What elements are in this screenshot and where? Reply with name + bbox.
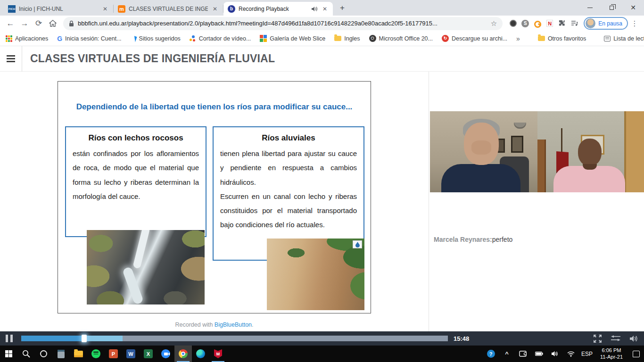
seek-handle[interactable] (82, 335, 87, 342)
sidebar-pane: Marcela Reynares:perfeto (429, 72, 644, 331)
media-list-icon[interactable] (570, 20, 578, 27)
webcam-presenter (430, 111, 537, 192)
extension-lastpass-key-icon[interactable] (534, 20, 541, 27)
bookmark-folder-ingles[interactable]: Ingles (334, 35, 360, 42)
apps-grid-icon (6, 35, 12, 42)
bbb-favicon-icon: b (228, 5, 235, 13)
bookmark-web-slice[interactable]: Galería de Web Slice (260, 35, 325, 42)
notification-center-button[interactable] (628, 346, 644, 362)
tab-title: Recording Playback (239, 6, 308, 12)
bookmark-label: Microsoft Office 20... (379, 35, 433, 42)
screen: FICH Inicio | FICH-UNL ✕ m CLASES VIRTUA… (0, 0, 644, 362)
address-bar[interactable]: bbbfich.unl.edu.ar/playback/presentation… (63, 17, 503, 30)
file-explorer-button[interactable] (70, 346, 87, 362)
url-text[interactable]: bbbfich.unl.edu.ar/playback/presentation… (78, 20, 487, 27)
profile-chip[interactable]: En pausa (584, 17, 628, 30)
home-button[interactable] (46, 17, 59, 30)
speaker-icon (552, 351, 559, 357)
bookmark-download[interactable]: ↻ Descargue su archi... (442, 35, 507, 42)
forward-button[interactable]: → (18, 17, 31, 30)
webcam-strip (430, 111, 644, 192)
office-icon: O (369, 35, 376, 42)
moodle-favicon-icon: m (118, 5, 125, 13)
screen-snip-button[interactable] (515, 346, 531, 362)
bookmark-label: Inicia sesión: Cuent... (65, 35, 122, 42)
bookmark-label: Aplicaciones (15, 35, 48, 42)
volume-tray-button[interactable] (547, 346, 563, 362)
fullscreen-icon[interactable] (594, 335, 602, 343)
battery-button[interactable] (531, 346, 547, 362)
bookmark-google-signin[interactable]: G Inicia sesión: Cuent... (57, 35, 121, 42)
help-tray-button[interactable]: ? (483, 346, 499, 362)
spotify-icon (91, 349, 100, 358)
tab-audio-icon[interactable] (312, 6, 318, 12)
seek-bar[interactable] (21, 336, 448, 341)
browser-menu-icon[interactable]: ⋮ (629, 18, 640, 29)
volume-icon[interactable] (630, 335, 638, 342)
chrome-button[interactable] (174, 346, 192, 362)
tab-fich[interactable]: FICH Inicio | FICH-UNL ✕ (4, 2, 113, 16)
pause-button[interactable] (6, 335, 13, 342)
tab-clases-virtuales[interactable]: m CLASES VIRTUALES DE INGENIER ✕ (114, 2, 223, 16)
page-title: CLASES VIRTUALES DE INGENIERÍA FLUVIAL (30, 52, 275, 65)
spotify-button[interactable] (87, 346, 105, 362)
bookmarks-bar: Aplicaciones G Inicia sesión: Cuent... S… (0, 31, 644, 46)
chat-author: Marcela Reynares: (434, 236, 492, 243)
cortana-icon (40, 350, 47, 357)
wooden-door (624, 111, 644, 192)
playback-control-bar: 15:48 (0, 331, 644, 346)
restore-button[interactable] (601, 0, 622, 15)
menu-hamburger-icon[interactable] (0, 46, 22, 72)
idm-icon: ↻ (442, 35, 449, 42)
calculator-button[interactable] (52, 346, 70, 362)
mcafee-button[interactable]: M (209, 346, 227, 362)
battery-icon (535, 352, 543, 356)
tab-recording-playback[interactable]: b Recording Playback ✕ (223, 2, 333, 16)
close-button[interactable]: ✕ (622, 0, 644, 15)
picture-frame (511, 136, 523, 153)
start-button[interactable] (0, 346, 17, 362)
language-indicator[interactable]: ESP (579, 346, 595, 362)
extensions-puzzle-icon[interactable] (558, 20, 566, 27)
bookmark-ms-office[interactable]: O Microsoft Office 20... (369, 35, 433, 42)
new-tab-button[interactable]: + (336, 1, 349, 15)
back-button[interactable]: ← (4, 17, 17, 30)
reading-list-button[interactable]: Lista de lectura (604, 35, 644, 42)
bookmark-video-cutter[interactable]: Cortador de vídeo... (190, 35, 251, 42)
excel-button[interactable]: X (140, 346, 157, 362)
tab-close-icon[interactable]: ✕ (211, 5, 219, 13)
extension-office-icon[interactable] (509, 20, 517, 27)
extension-skype-icon[interactable]: S (521, 20, 529, 27)
cortana-button[interactable] (35, 346, 52, 362)
bigbluebutton-link[interactable]: BigBlueButton (215, 321, 252, 328)
bookmark-apps[interactable]: Aplicaciones (6, 35, 48, 42)
bookmark-label: Sitios sugeridos (139, 35, 181, 42)
window-controls: ✕ (579, 0, 644, 15)
minimize-button[interactable] (579, 0, 601, 15)
bookmark-other-favorites[interactable]: Otros favoritos (538, 35, 586, 42)
close-icon: ✕ (630, 4, 636, 11)
tab-title: Inicio | FICH-UNL (19, 6, 98, 12)
bookmark-star-icon[interactable]: ☆ (491, 19, 497, 28)
tab-close-icon[interactable]: ✕ (321, 5, 329, 13)
tray-expand-chevron[interactable]: ^ (499, 346, 515, 362)
word-button[interactable]: W (122, 346, 140, 362)
person-body (441, 164, 520, 192)
powerpoint-button[interactable]: P (105, 346, 122, 362)
zoom-app-button[interactable] (157, 346, 174, 362)
taskbar-clock[interactable]: 6:06 PM 11-Apr-21 (595, 347, 628, 361)
extension-netflix-icon[interactable]: N (546, 20, 553, 27)
snip-icon (519, 351, 527, 357)
file-explorer-icon (74, 351, 83, 357)
browser-tab-bar: FICH Inicio | FICH-UNL ✕ m CLASES VIRTUA… (0, 0, 644, 16)
bookmark-suggested-sites[interactable]: Sitios sugeridos (131, 35, 181, 42)
reload-button[interactable]: ⟳ (32, 17, 45, 30)
tab-close-icon[interactable]: ✕ (101, 5, 109, 13)
bookmarks-overflow-chevron[interactable]: » (516, 35, 520, 42)
swap-layout-icon[interactable] (611, 335, 620, 342)
wifi-button[interactable] (563, 346, 579, 362)
calculator-icon (58, 350, 65, 358)
edge-button[interactable] (192, 346, 209, 362)
search-button[interactable] (17, 346, 35, 362)
alluvial-paragraph-2: Escurren en un canal con lecho y riberas… (220, 189, 357, 232)
